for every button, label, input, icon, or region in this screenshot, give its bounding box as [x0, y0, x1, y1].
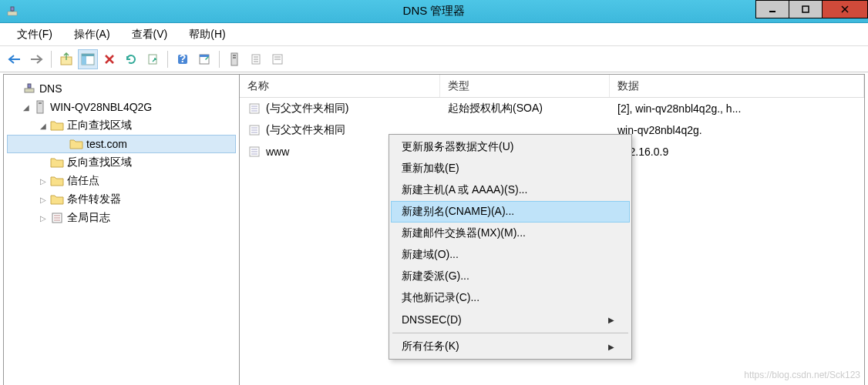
- configure-button[interactable]: [267, 49, 288, 69]
- tree-server[interactable]: ◢ WIN-QV28NBL4Q2G: [7, 98, 236, 116]
- window-title: DNS 管理器: [403, 4, 466, 18]
- svg-rect-29: [28, 84, 31, 88]
- expander-icon: [10, 83, 21, 94]
- cell-data: [2], win-qv28nbl4q2g., h...: [617, 102, 741, 115]
- folder-icon: [50, 192, 64, 206]
- cm-reload[interactable]: 重新加载(E): [391, 158, 630, 179]
- tree-label: 信任点: [67, 174, 99, 188]
- cell-type: 起始授权机构(SOA): [448, 102, 543, 116]
- menu-help[interactable]: 帮助(H): [178, 25, 236, 45]
- app-icon: [3, 5, 22, 18]
- cm-other-new-records[interactable]: 其他新记录(C)...: [391, 287, 630, 309]
- tree-label: test.com: [86, 138, 127, 150]
- svg-rect-20: [233, 57, 236, 59]
- tree-root-dns[interactable]: DNS: [7, 79, 236, 98]
- cm-all-tasks[interactable]: 所有任务(K)▶: [391, 336, 630, 357]
- server-icon-button[interactable]: [224, 49, 244, 69]
- log-icon: [50, 211, 64, 225]
- refresh-button[interactable]: [121, 49, 141, 69]
- folder-icon: [50, 119, 64, 132]
- cm-label: DNSSEC(D): [402, 313, 462, 326]
- expander-open-icon[interactable]: ◢: [38, 120, 49, 131]
- cell-name: www: [266, 146, 289, 158]
- menu-view[interactable]: 查看(V): [121, 25, 179, 45]
- toolbar-separator: [51, 51, 52, 68]
- expander-open-icon[interactable]: ◢: [21, 102, 32, 112]
- svg-rect-17: [200, 55, 209, 57]
- cm-label: 所有任务(K): [402, 340, 459, 353]
- svg-rect-31: [39, 102, 42, 104]
- record-icon: [247, 145, 261, 159]
- cell-name: (与父文件夹相同: [266, 123, 345, 137]
- menu-bar: 文件(F) 操作(A) 查看(V) 帮助(H): [0, 23, 868, 46]
- maximize-button[interactable]: [789, 0, 823, 18]
- tree-global-logs[interactable]: ▷ 全局日志: [7, 209, 236, 227]
- folder-icon: [50, 174, 64, 188]
- cm-new-alias-cname[interactable]: 新建别名(CNAME)(A)...: [391, 201, 630, 223]
- filter-button[interactable]: [246, 49, 266, 69]
- cell-name: (与父文件夹相同): [266, 102, 348, 116]
- column-name[interactable]: 名称: [240, 75, 440, 97]
- submenu-arrow-icon: ▶: [608, 343, 614, 351]
- svg-rect-28: [25, 89, 34, 92]
- expander-closed-icon[interactable]: ▷: [38, 213, 49, 223]
- column-type[interactable]: 类型: [440, 75, 610, 97]
- tree-label: 反向查找区域: [67, 156, 132, 169]
- close-button[interactable]: [822, 0, 868, 18]
- minimize-button[interactable]: [755, 0, 789, 18]
- tree-reverse-zones[interactable]: 反向查找区域: [7, 153, 236, 172]
- back-button[interactable]: [5, 49, 25, 69]
- svg-rect-0: [8, 12, 17, 15]
- list-row[interactable]: (与父文件夹相同) 起始授权机构(SOA) [2], win-qv28nbl4q…: [240, 98, 864, 119]
- folder-icon: [50, 156, 64, 169]
- tree-pane[interactable]: DNS ◢ WIN-QV28NBL4Q2G ◢ 正向查找区域 test.com …: [4, 75, 240, 385]
- server-icon: [33, 100, 47, 114]
- forward-button[interactable]: [26, 49, 46, 69]
- toolbar-separator: [219, 51, 220, 68]
- tree-label: 全局日志: [67, 211, 110, 225]
- expander-closed-icon[interactable]: ▷: [38, 176, 49, 186]
- toolbar-separator: [167, 51, 168, 68]
- menu-action[interactable]: 操作(A): [63, 25, 121, 45]
- expander-icon: [57, 139, 68, 149]
- show-hide-tree-button[interactable]: [78, 49, 98, 69]
- export-button[interactable]: [143, 49, 163, 69]
- cm-dnssec[interactable]: DNSSEC(D)▶: [391, 309, 630, 330]
- svg-rect-10: [82, 54, 94, 56]
- svg-text:?: ?: [180, 53, 187, 65]
- tree-conditional-forwarders[interactable]: ▷ 条件转发器: [7, 190, 236, 209]
- context-menu: 更新服务器数据文件(U) 重新加载(E) 新建主机(A 或 AAAA)(S)..…: [389, 134, 632, 360]
- cm-update-server-data[interactable]: 更新服务器数据文件(U): [391, 136, 630, 158]
- record-icon: [247, 102, 261, 116]
- delete-button[interactable]: [99, 49, 119, 69]
- tree-label: DNS: [39, 82, 62, 95]
- cm-new-host[interactable]: 新建主机(A 或 AAAA)(S)...: [391, 179, 630, 201]
- column-data[interactable]: 数据: [610, 75, 864, 97]
- folder-icon: [69, 137, 83, 151]
- window-controls: [756, 0, 868, 18]
- menu-file[interactable]: 文件(F): [6, 25, 63, 45]
- expander-closed-icon[interactable]: ▷: [38, 194, 49, 205]
- context-menu-separator: [392, 333, 628, 333]
- properties-button[interactable]: [194, 49, 214, 69]
- tree-trust-points[interactable]: ▷ 信任点: [7, 172, 236, 190]
- cm-new-domain[interactable]: 新建域(O)...: [391, 244, 630, 266]
- help-button[interactable]: ?: [173, 49, 193, 69]
- tree-label: 条件转发器: [67, 192, 121, 206]
- tree-label: 正向查找区域: [67, 119, 132, 132]
- svg-rect-19: [233, 55, 236, 56]
- title-bar: DNS 管理器: [0, 0, 868, 23]
- list-header: 名称 类型 数据: [240, 75, 864, 98]
- submenu-arrow-icon: ▶: [608, 316, 614, 324]
- up-button[interactable]: [56, 49, 76, 69]
- tree-forward-zones[interactable]: ◢ 正向查找区域: [7, 116, 236, 135]
- record-icon: [247, 123, 261, 137]
- cm-new-delegation[interactable]: 新建委派(G)...: [391, 266, 630, 287]
- cm-new-mx[interactable]: 新建邮件交换器(MX)(M)...: [391, 223, 630, 244]
- tree-zone-testcom[interactable]: test.com: [7, 135, 236, 153]
- expander-icon: [38, 157, 49, 168]
- watermark: https://blog.csdn.net/Sck123: [744, 370, 860, 380]
- dns-root-icon: [22, 82, 36, 95]
- tree-label: WIN-QV28NBL4Q2G: [50, 101, 152, 113]
- svg-rect-4: [802, 6, 809, 12]
